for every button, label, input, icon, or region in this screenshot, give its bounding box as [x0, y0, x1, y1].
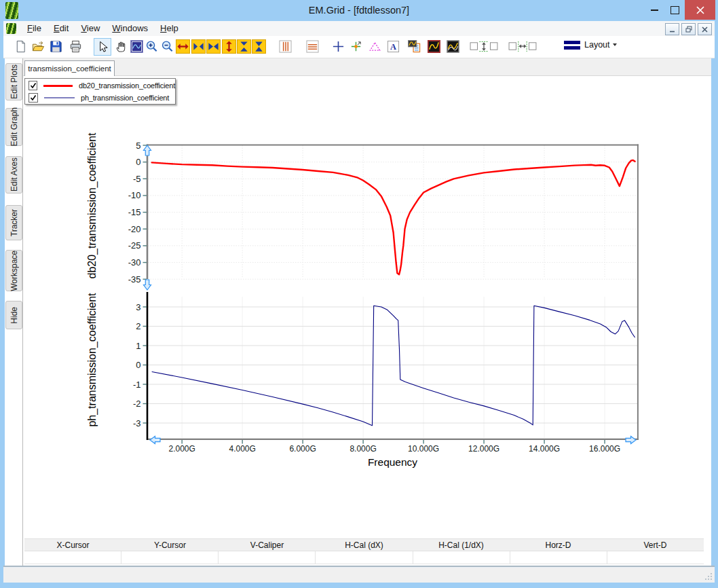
cursor-table-row — [24, 551, 704, 564]
menu-view[interactable]: View — [75, 21, 106, 36]
window-maximize-button[interactable] — [664, 0, 685, 20]
horizontal-gridlines-button[interactable] — [305, 39, 320, 54]
window-close-button[interactable] — [685, 0, 715, 20]
cursor-table-cell — [219, 551, 316, 564]
equal-horizontal-spacing-icon — [508, 40, 537, 53]
equal-horizontal-spacing-button[interactable] — [507, 39, 538, 54]
sidebar-tab-label: Edit Axes — [10, 158, 19, 191]
full-extent-horizontal-button[interactable] — [176, 39, 190, 54]
add-cursor-icon — [332, 40, 345, 53]
sidebar-tab-hide[interactable]: Hide — [5, 301, 22, 329]
layout-dropdown[interactable]: Layout — [564, 40, 617, 50]
mdi-restore-icon — [685, 26, 692, 33]
plot-style-dark-icon — [428, 40, 440, 53]
cursor-table-cell — [607, 551, 704, 564]
shrink-horizontal-icon — [192, 40, 205, 53]
minimize-icon — [651, 10, 658, 11]
sidebar-tab-label: Workspace — [10, 251, 19, 291]
layout-icon — [564, 41, 580, 50]
cursor-table-cell — [510, 551, 607, 564]
plot-navigator-icon — [130, 40, 143, 53]
add-triangle-marker-icon — [369, 40, 381, 53]
add-triangle-marker-button[interactable] — [368, 39, 382, 54]
legend-label: ph_transmission_coefficient — [81, 94, 169, 102]
document-tabstrip — [23, 58, 711, 76]
full-extent-vertical-button[interactable] — [222, 39, 236, 54]
titlebar: EM.Grid - [fdtdlesson7] — [0, 0, 718, 21]
copy-plot-to-report-button[interactable] — [407, 39, 421, 54]
plot-navigator-button[interactable] — [130, 39, 144, 54]
cursor-table-header-cell: Vert-D — [607, 540, 704, 550]
open-file-button[interactable] — [31, 39, 45, 54]
add-marker-icon — [349, 40, 362, 53]
shrink-vertical-icon — [238, 40, 250, 53]
full-extent-horizontal-icon — [176, 40, 189, 53]
cursor-table-header-cell: H-Cal (dX) — [316, 540, 413, 550]
shrink-horizontal-button[interactable] — [191, 39, 206, 54]
pan-hand-button[interactable] — [114, 39, 128, 54]
equal-vertical-spacing-button[interactable] — [468, 39, 499, 54]
print-icon — [69, 40, 82, 53]
select-cursor-button[interactable] — [94, 38, 111, 56]
expand-horizontal-icon — [207, 40, 220, 53]
cursor-readout-table: X-CursorY-CursorV-CaliperH-Cal (dX)H-Cal… — [24, 538, 704, 564]
cursor-table-cell — [121, 551, 219, 564]
print-button[interactable] — [69, 39, 83, 54]
mdi-restore-button[interactable] — [681, 23, 696, 35]
cursor-table-cell — [413, 551, 510, 564]
save-button[interactable] — [49, 39, 63, 54]
svg-text:A: A — [390, 42, 396, 52]
menu-help[interactable]: Help — [154, 21, 185, 36]
cursor-table-header-cell: H-Cal (1/dX) — [413, 540, 510, 550]
sidebar-tab-workspace[interactable]: Workspace — [5, 250, 22, 291]
add-marker-button[interactable] — [349, 39, 363, 54]
window-title: EM.Grid - [fdtdlesson7] — [0, 5, 718, 16]
menu-windows[interactable]: Windows — [106, 21, 154, 36]
legend-label: db20_transmission_coefficient — [79, 81, 175, 90]
zoom-in-icon — [145, 40, 158, 53]
chevron-down-icon — [613, 43, 617, 46]
close-icon — [696, 6, 704, 14]
app-logo-small-icon — [6, 23, 16, 34]
pan-hand-icon — [115, 40, 128, 53]
shrink-vertical-button[interactable] — [237, 39, 251, 54]
resize-grip[interactable] — [704, 572, 713, 581]
menu-file[interactable]: File — [21, 21, 48, 36]
legend-checkbox[interactable] — [29, 93, 38, 103]
mdi-close-icon — [702, 26, 708, 33]
plot-style-multi-button[interactable] — [446, 39, 460, 54]
horizontal-gridlines-icon — [306, 40, 319, 53]
expand-horizontal-button[interactable] — [206, 39, 221, 54]
mdi-close-button[interactable] — [698, 23, 712, 35]
new-file-button[interactable] — [14, 39, 28, 54]
statusbar — [3, 568, 715, 583]
cursor-table-header-cell: Horz-D — [510, 540, 607, 550]
sidebar-tab-edit-plots[interactable]: Edit Plots — [5, 63, 22, 100]
equal-vertical-spacing-icon — [469, 40, 499, 53]
sidebar-tab-label: Edit Graph — [10, 107, 19, 146]
expand-vertical-icon — [252, 40, 265, 53]
sidebar: Edit PlotsEdit GraphEdit AxesTrackerWork… — [5, 58, 23, 566]
copy-plot-to-report-icon — [408, 40, 421, 53]
cursor-table-header-cell: V-Caliper — [219, 540, 316, 550]
document-tab[interactable]: transmission_coefficient — [24, 60, 115, 76]
toolbar: Layout A — [3, 36, 715, 58]
layout-label: Layout — [584, 40, 610, 50]
zoom-in-button[interactable] — [145, 39, 159, 54]
sidebar-tab-edit-axes[interactable]: Edit Axes — [5, 156, 22, 194]
window-minimize-button[interactable] — [644, 0, 664, 20]
plot-style-dark-button[interactable] — [427, 39, 441, 54]
sidebar-tab-label: Edit Plots — [10, 65, 19, 99]
add-text-button[interactable]: A — [386, 39, 400, 54]
mdi-minimize-button[interactable] — [665, 23, 679, 35]
menu-edit[interactable]: Edit — [48, 21, 75, 36]
zoom-out-button[interactable] — [160, 39, 174, 54]
sidebar-tab-tracker[interactable]: Tracker — [5, 205, 22, 240]
vertical-gridlines-button[interactable] — [278, 39, 292, 54]
zoom-out-icon — [161, 40, 174, 53]
sidebar-tab-edit-graph[interactable]: Edit Graph — [5, 108, 22, 146]
expand-vertical-button[interactable] — [252, 39, 266, 54]
full-extent-vertical-icon — [223, 40, 235, 53]
add-cursor-button[interactable] — [331, 39, 345, 54]
legend-checkbox[interactable] — [29, 81, 37, 90]
